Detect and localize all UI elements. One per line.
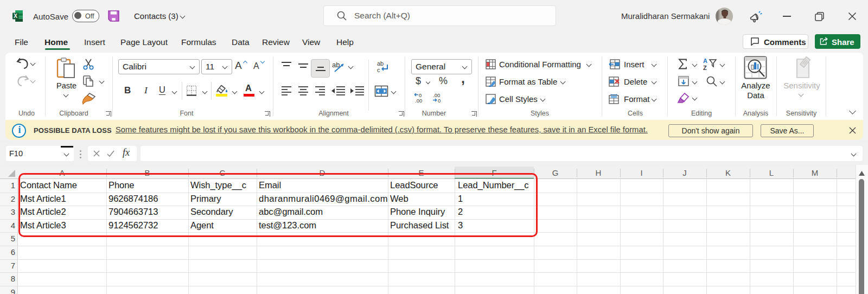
svg-text:c: c — [377, 67, 380, 73]
svg-text:A: A — [703, 57, 707, 64]
svg-text:Z: Z — [703, 65, 707, 71]
svg-text:X: X — [14, 13, 17, 19]
svg-text:.00: .00 — [415, 98, 422, 103]
svg-text:ab: ab — [377, 60, 384, 67]
svg-text:0: 0 — [438, 98, 441, 103]
